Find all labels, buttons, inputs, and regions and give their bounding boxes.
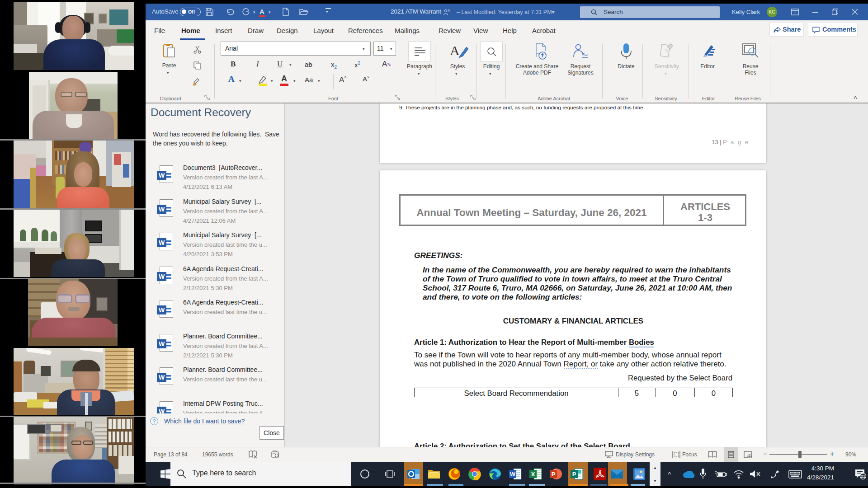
svg-text:P: P: [552, 471, 556, 478]
svg-text:X: X: [531, 471, 535, 478]
svg-text:21: 21: [861, 474, 865, 479]
svg-text:P: P: [572, 471, 576, 478]
svg-text:W: W: [510, 471, 516, 478]
svg-text:R: R: [448, 9, 450, 12]
